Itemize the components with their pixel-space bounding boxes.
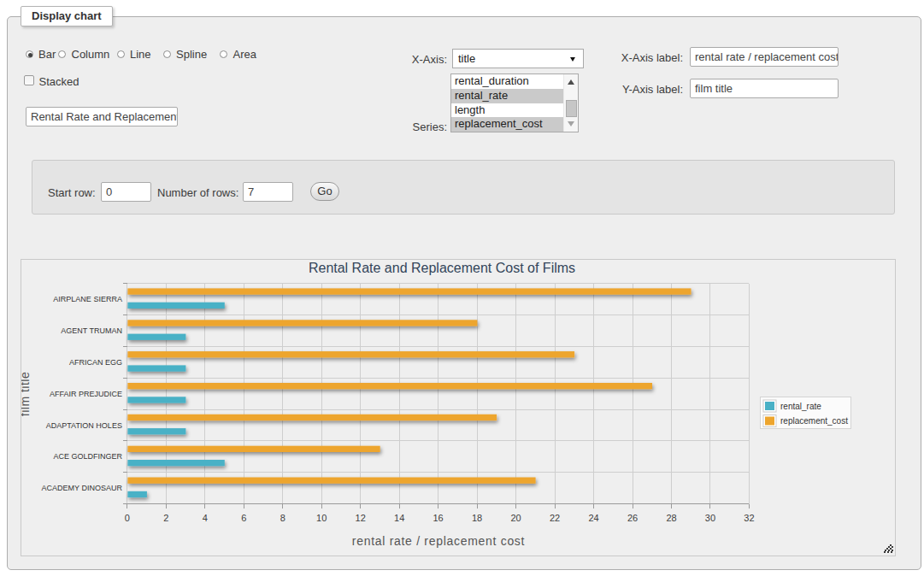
svg-text:replacement_cost: replacement_cost (780, 416, 848, 426)
svg-text:AFRICAN EGG: AFRICAN EGG (69, 358, 122, 367)
svg-text:18: 18 (472, 513, 482, 523)
svg-text:4: 4 (203, 513, 208, 523)
svg-text:ACE GOLDFINGER: ACE GOLDFINGER (53, 452, 122, 461)
svg-text:AFFAIR PREJUDICE: AFFAIR PREJUDICE (50, 390, 122, 398)
svg-text:14: 14 (394, 513, 404, 523)
svg-text:8: 8 (280, 513, 285, 523)
svg-text:ACADEMY DINOSAUR: ACADEMY DINOSAUR (42, 484, 123, 492)
svg-text:12: 12 (356, 513, 366, 523)
svg-text:AIRPLANE SIERRA: AIRPLANE SIERRA (53, 295, 122, 303)
svg-text:rental rate / replacement cost: rental rate / replacement cost (352, 534, 525, 548)
svg-text:AGENT TRUMAN: AGENT TRUMAN (61, 326, 122, 335)
svg-text:10: 10 (316, 513, 327, 523)
svg-text:6: 6 (241, 513, 246, 523)
svg-text:0: 0 (125, 513, 130, 523)
svg-text:2: 2 (163, 513, 168, 523)
svg-text:22: 22 (550, 513, 560, 523)
svg-text:30: 30 (705, 513, 715, 523)
svg-text:28: 28 (666, 513, 676, 523)
svg-text:rental_rate: rental_rate (780, 402, 821, 411)
svg-text:26: 26 (627, 513, 638, 523)
svg-text:ADAPTATION HOLES: ADAPTATION HOLES (46, 421, 122, 430)
svg-text:24: 24 (588, 513, 598, 523)
svg-text:16: 16 (433, 513, 443, 523)
svg-text:32: 32 (744, 513, 754, 523)
svg-text:Rental Rate and Replacement Co: Rental Rate and Replacement Cost of Film… (309, 261, 575, 275)
svg-text:film title: film title (21, 372, 32, 416)
svg-text:20: 20 (510, 513, 521, 523)
